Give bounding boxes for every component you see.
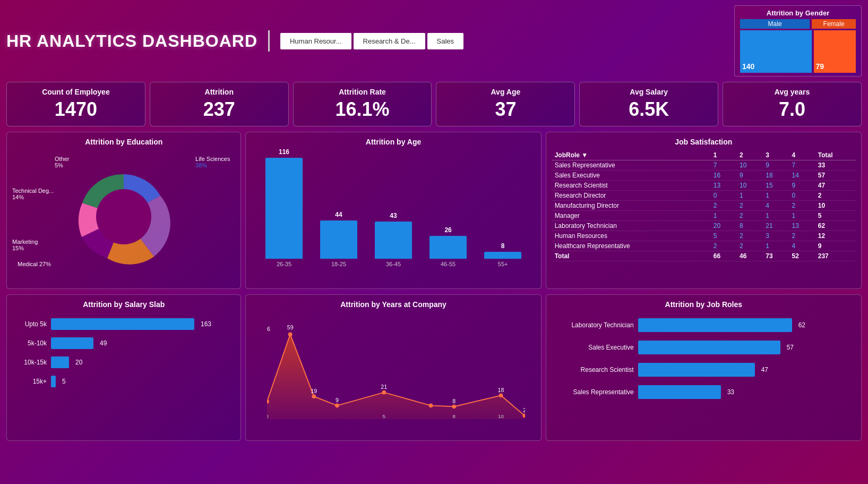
years-chart-card: Attrition by Years at Company [245, 294, 541, 441]
age-bar-26-35: 116 26-35 [265, 148, 303, 267]
col-total-val: 12 [815, 231, 856, 241]
age-bar-18-25: 44 18-25 [320, 211, 357, 267]
footer-total: 237 [815, 251, 856, 261]
education-donut-svg [65, 158, 182, 275]
table-row: Research Director 0 1 1 0 2 [552, 191, 856, 201]
job-role-research-sci: Research Scientist 47 [552, 363, 856, 377]
svg-text:5: 5 [383, 413, 385, 419]
svg-text:8: 8 [453, 398, 456, 404]
col-val-2: 9 [736, 171, 762, 181]
col-val-2: 10 [736, 181, 762, 191]
col-val-3: 4 [762, 201, 788, 211]
table-row: Manager 1 2 1 1 5 [552, 211, 856, 221]
role-name: Research Scientist [552, 181, 710, 191]
job-role-sales-rep: Sales Representative 33 [552, 385, 856, 399]
col-val-1: 0 [710, 191, 736, 201]
salary-row-5k: Upto 5k 163 [12, 318, 235, 330]
col-val-4: 4 [789, 241, 815, 251]
col-val-4: 9 [789, 181, 815, 191]
role-name: Laboratory Technician [552, 221, 710, 231]
col-val-1: 16 [710, 171, 736, 181]
job-roles-chart-card: Attrition by Job Roles Laboratory Techni… [546, 294, 862, 441]
svg-text:19: 19 [311, 388, 317, 394]
col-val-1: 13 [710, 181, 736, 191]
svg-text:9: 9 [336, 397, 339, 403]
svg-text:16: 16 [267, 326, 270, 332]
col-val-3: 1 [762, 211, 788, 221]
col-val-4: 0 [789, 191, 815, 201]
edu-legend-medical: Medical 27% [18, 261, 51, 267]
role-name: Manager [552, 211, 710, 221]
svg-text:21: 21 [381, 384, 388, 390]
col-val-3: 1 [762, 241, 788, 251]
svg-text:8: 8 [453, 413, 456, 419]
col-val-2: 2 [736, 211, 762, 221]
kpi-avg-salary-value: 6.5K [588, 98, 709, 121]
kpi-avg-years: Avg years 7.0 [723, 82, 862, 126]
footer-c4: 52 [789, 251, 815, 261]
col-val-4: 13 [789, 221, 815, 231]
kpi-attrition-rate: Attrition Rate 16.1% [293, 82, 432, 126]
dashboard: HR ANALYTICS DASHBOARD Human Resour... R… [0, 0, 868, 446]
education-chart-card: Attrition by Education [6, 132, 241, 289]
col-val-3: 9 [762, 160, 788, 171]
dept-btn-rd[interactable]: Research & De... [354, 33, 425, 49]
dept-btn-sales[interactable]: Sales [427, 33, 464, 49]
salary-row-15k: 10k-15k 20 [12, 356, 235, 368]
col-val-1: 1 [710, 211, 736, 221]
col-total-val: 2 [815, 191, 856, 201]
col-val-4: 2 [789, 201, 815, 211]
kpi-employee-value: 1470 [15, 98, 136, 121]
years-line-svg: 16 59 19 9 21 8 18 2 0 5 8 10 [267, 318, 525, 419]
svg-text:2: 2 [523, 407, 525, 413]
col-val-2: 10 [736, 160, 762, 171]
col-total-val: 33 [815, 160, 856, 171]
edu-legend-marketing: Marketing15% [12, 239, 38, 251]
svg-point-4 [336, 404, 340, 408]
kpi-avg-salary: Avg Salary 6.5K [579, 82, 718, 126]
col-val-3: 18 [762, 171, 788, 181]
role-name: Human Resources [552, 231, 710, 241]
dept-filters: Human Resour... Research & De... Sales [280, 33, 734, 49]
job-satisfaction-card: Job Satisfaction JobRole ▼ 1 2 3 4 Total… [546, 132, 862, 289]
svg-point-3 [312, 394, 316, 398]
col-val-2: 2 [736, 241, 762, 251]
salary-row-10k: 5k-10k 49 [12, 337, 235, 349]
job-roles-chart-title: Attrition by Job Roles [552, 300, 856, 309]
kpi-attrition: Attrition 237 [150, 82, 289, 126]
gender-bars: 140 79 [740, 30, 856, 73]
svg-point-2 [288, 333, 293, 337]
footer-c2: 46 [736, 251, 762, 261]
col-val-4: 2 [789, 231, 815, 241]
age-bar-46-55: 26 46-55 [429, 226, 467, 267]
footer-label: Total [552, 251, 710, 261]
gender-female-value: 79 [816, 62, 824, 71]
col-total-val: 47 [815, 181, 856, 191]
dept-btn-hr[interactable]: Human Resour... [280, 33, 351, 49]
gender-bar-male: 140 [740, 30, 812, 73]
table-row: Research Scientist 13 10 15 9 47 [552, 181, 856, 191]
edu-legend-other: Other5% [55, 156, 70, 168]
header: HR ANALYTICS DASHBOARD Human Resour... R… [6, 5, 862, 77]
age-chart-card: Attrition by Age 116 26-35 44 18-25 43 3… [245, 132, 541, 289]
table-row: Sales Executive 16 9 18 14 57 [552, 171, 856, 181]
col-1: 1 [710, 150, 736, 160]
kpi-avg-age: Avg Age 37 [436, 82, 575, 126]
svg-text:59: 59 [287, 324, 294, 330]
role-name: Sales Executive [552, 171, 710, 181]
table-row: Healthcare Representative 2 2 1 4 9 [552, 241, 856, 251]
col-val-4: 14 [789, 171, 815, 181]
col-val-4: 1 [789, 211, 815, 221]
kpi-employee-count: Count of Employee 1470 [6, 82, 145, 126]
gender-labels: Male Female [740, 19, 856, 29]
salary-chart-bars: Upto 5k 163 5k-10k 49 10k-15k 20 15k+ [12, 313, 235, 393]
col-val-3: 1 [762, 191, 788, 201]
kpi-avg-salary-label: Avg Salary [588, 88, 709, 96]
kpi-attrition-rate-value: 16.1% [302, 98, 423, 121]
svg-point-7 [452, 404, 457, 409]
col-jobrole: JobRole ▼ [552, 150, 710, 160]
edu-legend-lifesci: Life Sciences38% [195, 156, 230, 168]
age-chart-title: Attrition by Age [251, 138, 535, 146]
bottom-charts-row: Attrition by Salary Slab Upto 5k 163 5k-… [6, 294, 862, 441]
years-chart-area: 16 59 19 9 21 8 18 2 0 5 8 10 [251, 313, 535, 435]
